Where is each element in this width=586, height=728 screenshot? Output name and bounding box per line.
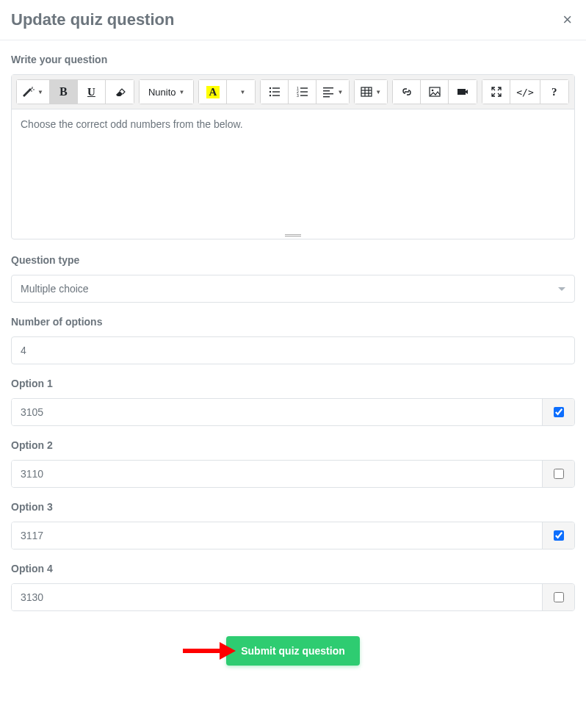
bold-icon: B [59, 85, 68, 98]
highlight-color-button[interactable]: A [199, 80, 227, 104]
svg-rect-16 [323, 90, 330, 91]
num-options-input[interactable] [11, 336, 575, 364]
fullscreen-icon [491, 86, 502, 98]
link-icon [401, 86, 413, 98]
toolbar-group-list: 123 ▼ [260, 79, 350, 104]
video-icon [457, 86, 469, 98]
arrow-head-icon [220, 642, 236, 660]
submit-row: Submit quiz question [11, 636, 575, 666]
option-3-label: Option 3 [11, 501, 575, 513]
underline-button[interactable]: U [78, 80, 106, 104]
question-type-field: Question type Multiple choice [11, 254, 575, 303]
option-row [11, 522, 575, 549]
list-ul-icon [269, 86, 281, 98]
close-icon[interactable]: × [560, 12, 575, 28]
option-4-field: Option 4 [11, 563, 575, 611]
arrow-annotation [183, 642, 236, 660]
option-4-correct-wrap [542, 584, 574, 610]
option-3-correct-checkbox[interactable] [554, 530, 564, 541]
underline-icon: U [87, 86, 95, 98]
submit-quiz-question-button[interactable]: Submit quiz question [226, 636, 360, 666]
option-3-field: Option 3 [11, 501, 575, 549]
modal-title: Update quiz question [11, 10, 174, 29]
option-1-label: Option 1 [11, 378, 575, 389]
question-type-label: Question type [11, 254, 575, 266]
toolbar-group-table: ▼ [354, 79, 388, 104]
bold-button[interactable]: B [50, 80, 78, 104]
font-family-label: Nunito [148, 87, 176, 98]
option-1-field: Option 1 [11, 378, 575, 426]
svg-rect-10 [300, 87, 308, 88]
rich-text-editor: ▼ B U Nunito ▼ A ▼ [11, 74, 575, 239]
link-button[interactable] [393, 80, 421, 104]
option-4-correct-checkbox[interactable] [554, 592, 564, 602]
arrow-line-icon [183, 649, 220, 653]
table-icon [361, 86, 372, 98]
option-3-input[interactable] [12, 522, 542, 549]
table-button[interactable]: ▼ [355, 80, 387, 104]
svg-point-0 [32, 87, 33, 88]
toolbar-group-misc: </> ? [482, 79, 568, 104]
highlight-color-more-button[interactable]: ▼ [227, 80, 255, 104]
option-3-correct-wrap [542, 522, 574, 549]
unordered-list-button[interactable] [261, 80, 289, 104]
option-1-input[interactable] [12, 399, 542, 425]
option-4-input[interactable] [12, 584, 542, 610]
question-type-value: Multiple choice [21, 283, 89, 295]
eraser-icon [114, 86, 126, 98]
eraser-button[interactable] [106, 80, 134, 104]
svg-point-7 [270, 95, 271, 96]
align-icon [322, 86, 334, 98]
question-editor-label: Write your question [11, 54, 575, 65]
option-row [11, 460, 575, 488]
svg-rect-14 [300, 95, 308, 95]
toolbar-group-font: Nunito ▼ [139, 79, 195, 104]
toolbar-group-color: A ▼ [198, 79, 256, 104]
svg-rect-12 [300, 91, 308, 92]
magic-wand-button[interactable]: ▼ [17, 80, 50, 104]
question-type-select[interactable]: Multiple choice [11, 275, 575, 303]
video-button[interactable] [449, 80, 477, 104]
editor-toolbar: ▼ B U Nunito ▼ A ▼ [12, 75, 574, 109]
chevron-down-icon [558, 287, 565, 291]
image-button[interactable] [421, 80, 449, 104]
toolbar-group-insert [392, 79, 477, 104]
font-family-select[interactable]: Nunito ▼ [140, 80, 194, 104]
svg-point-1 [33, 89, 35, 90]
option-1-correct-checkbox[interactable] [554, 407, 564, 417]
svg-point-25 [431, 90, 433, 92]
list-ol-icon: 123 [297, 86, 308, 98]
option-1-correct-wrap [542, 399, 574, 425]
option-row [11, 398, 575, 426]
highlight-icon: A [206, 86, 220, 98]
option-2-input[interactable] [12, 461, 542, 487]
option-4-label: Option 4 [11, 563, 575, 574]
num-options-field: Number of options [11, 316, 575, 364]
fullscreen-button[interactable] [482, 80, 510, 104]
editor-resize-handle[interactable] [12, 231, 574, 239]
svg-rect-4 [272, 87, 280, 88]
svg-rect-8 [272, 95, 280, 95]
image-icon [429, 86, 441, 98]
modal-header: Update quiz question × [0, 0, 586, 40]
ordered-list-button[interactable]: 123 [289, 80, 316, 104]
editor-content-area[interactable]: Choose the correct odd numbers from the … [12, 109, 574, 234]
svg-rect-6 [272, 91, 280, 92]
svg-text:3: 3 [297, 93, 299, 98]
magic-wand-icon [23, 86, 35, 98]
svg-rect-26 [457, 89, 466, 95]
help-button[interactable]: ? [540, 80, 568, 104]
option-2-label: Option 2 [11, 439, 575, 451]
code-icon: </> [516, 87, 533, 98]
svg-point-2 [31, 90, 32, 92]
svg-rect-17 [323, 93, 333, 94]
option-2-correct-checkbox[interactable] [554, 469, 564, 479]
option-2-correct-wrap [542, 461, 574, 487]
svg-rect-19 [361, 87, 372, 96]
svg-rect-15 [323, 87, 333, 88]
option-row [11, 583, 575, 611]
code-view-button[interactable]: </> [510, 80, 540, 104]
toolbar-group-style: ▼ B U [16, 79, 134, 104]
help-icon: ? [551, 86, 557, 98]
paragraph-align-button[interactable]: ▼ [316, 80, 349, 104]
